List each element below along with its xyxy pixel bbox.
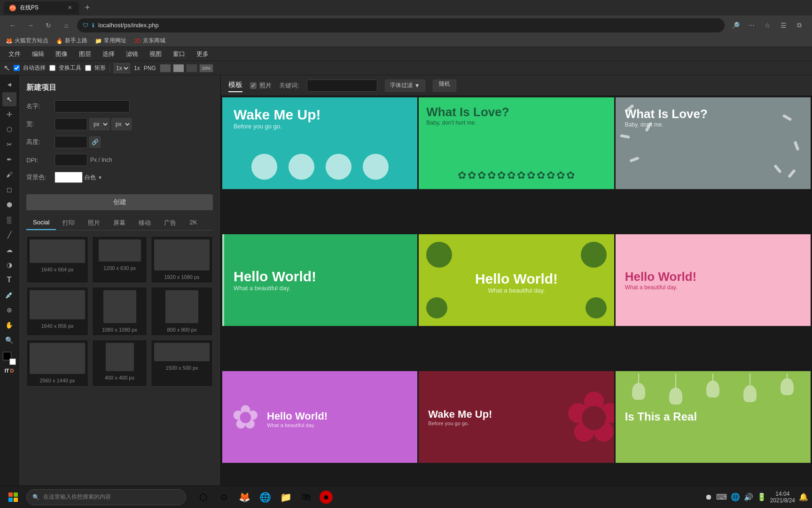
toolbar-color2[interactable] — [173, 64, 184, 72]
home-btn[interactable]: ⌂ — [59, 18, 73, 32]
lock-btn[interactable]: 🔗 — [89, 136, 101, 148]
menu-file[interactable]: 文件 — [4, 49, 25, 59]
start-btn[interactable] — [4, 488, 23, 507]
unit-select2[interactable]: px — [111, 118, 132, 130]
template-thumb-4[interactable]: 1080 x 1080 px — [92, 287, 147, 336]
toolbar-zoom[interactable]: 1x — [114, 63, 130, 73]
toolbar-auto-select[interactable]: 自动选择 — [14, 64, 46, 72]
tab-social[interactable]: Social — [26, 216, 56, 230]
bookmark-btn[interactable]: ☆ — [760, 18, 774, 32]
tool-pen[interactable]: ✒ — [2, 152, 16, 167]
bg-dropdown-icon[interactable]: ▼ — [98, 175, 102, 180]
filter-tab-template[interactable]: 模板 — [228, 79, 242, 92]
menu-view[interactable]: 视图 — [145, 49, 166, 59]
tool-text[interactable]: T — [2, 273, 16, 287]
tab-photo[interactable]: 照片 — [81, 216, 107, 230]
bookmark-new[interactable]: 🔥 新手上路 — [56, 37, 87, 45]
tab-screen[interactable]: 屏幕 — [107, 216, 132, 230]
split-view-btn[interactable]: ⧉ — [792, 18, 806, 32]
random-btn[interactable]: 随机 — [433, 79, 456, 92]
tool-smudge[interactable]: ☁ — [2, 243, 16, 257]
template-card-2[interactable]: What Is Love? Baby, don't me. — [616, 97, 811, 189]
tab-2k[interactable]: 2K — [183, 216, 203, 230]
tray-network[interactable]: 🌐 — [731, 492, 740, 501]
template-thumb-1[interactable]: 1200 x 630 px — [92, 236, 147, 283]
tool-path[interactable]: ⊕ — [2, 303, 16, 317]
tray-volume[interactable]: 🔊 — [744, 492, 753, 501]
tool-erase[interactable]: ◻ — [2, 183, 16, 197]
tab-close-btn[interactable]: ✕ — [66, 4, 73, 12]
new-tab-btn[interactable]: + — [81, 1, 94, 15]
menu-edit[interactable]: 编辑 — [27, 49, 49, 59]
template-thumb-0[interactable]: 1640 x 664 px — [26, 236, 88, 283]
tool-hand[interactable]: ✋ — [2, 318, 16, 332]
tab-ad[interactable]: 广告 — [157, 216, 183, 230]
tab-mobile[interactable]: 移动 — [132, 216, 157, 230]
template-card-6[interactable]: ✿ | Hello World! What a beautiful day. — [222, 371, 417, 463]
taskbar-firefox[interactable]: 🦊 — [235, 488, 254, 507]
template-thumb-8[interactable]: 1500 x 500 px — [151, 340, 213, 387]
toolbar-color1[interactable] — [160, 64, 171, 72]
tool-select[interactable]: ↖ — [2, 92, 16, 106]
menu-more[interactable]: 更多 — [192, 49, 213, 59]
active-tab[interactable]: PS 在线PS ✕ — [4, 1, 79, 15]
more-btn[interactable]: ⋯ — [744, 18, 758, 32]
tool-line[interactable]: ╱ — [2, 228, 16, 242]
toolbar-png[interactable]: 1x — [134, 65, 140, 71]
template-card-4[interactable]: Hello World! What a beautiful day. — [419, 234, 614, 326]
tray-clock[interactable]: 14:04 2021/8/24 — [770, 491, 795, 504]
template-card-7[interactable]: Wake Me Up! Before you go go. ✿ — [419, 371, 614, 463]
filter-photo-checkbox[interactable]: ✓ 照片 — [250, 81, 272, 90]
menu-select[interactable]: 选择 — [98, 49, 119, 59]
template-thumb-5[interactable]: 800 x 800 px — [151, 287, 213, 336]
font-filter-btn[interactable]: 字体过滤 ▼ — [385, 79, 425, 92]
toolbar-svg[interactable]: PNG — [144, 65, 156, 71]
toolbar-color3[interactable] — [186, 64, 197, 72]
taskbar-edge[interactable]: 🌐 — [256, 488, 274, 507]
forward-btn[interactable]: → — [23, 18, 38, 32]
name-input[interactable] — [55, 100, 130, 112]
create-btn[interactable]: 创建 — [26, 194, 213, 210]
tab-print[interactable]: 打印 — [56, 216, 81, 230]
taskbar-cortana[interactable]: ⊙ — [214, 488, 233, 507]
tool-gradient[interactable]: ▒ — [2, 213, 16, 227]
width-input[interactable]: 1280 — [55, 118, 87, 130]
extensions-btn[interactable]: 🔎 — [728, 18, 742, 32]
tray-notification[interactable]: 🔔 — [799, 492, 808, 501]
dpi-input[interactable]: 72 — [55, 154, 87, 166]
height-input[interactable]: 720 — [55, 136, 87, 148]
template-card-8[interactable]: Is This a Real — [616, 371, 811, 463]
template-card-3[interactable]: Hello World! What a beautiful day. — [222, 234, 417, 326]
template-card-5[interactable]: Hello World! What a beautiful day. — [616, 234, 811, 326]
keyword-input[interactable] — [307, 79, 377, 92]
unit-select[interactable]: px — [89, 118, 109, 130]
menu-layers[interactable]: 图层 — [74, 49, 96, 59]
tool-zoom[interactable]: 🔍 — [2, 333, 16, 347]
bookmark-common[interactable]: 📁 常用网址 — [95, 37, 126, 45]
tray-record[interactable]: ⏺ — [705, 493, 712, 501]
menu-window[interactable]: 窗口 — [168, 49, 190, 59]
toolbar-transform[interactable]: 变换工具 — [49, 64, 81, 72]
taskbar-search[interactable]: 🔍 在这里输入你想搜索的内容 — [26, 489, 186, 505]
tool-eyedrop[interactable]: 💉 — [2, 288, 16, 302]
menu-filter[interactable]: 滤镜 — [121, 49, 143, 59]
tool-crop[interactable]: ✂ — [2, 137, 16, 151]
tray-keyboard[interactable]: ⌨ — [716, 492, 727, 501]
toolbar-arrow[interactable]: ↖ — [4, 64, 10, 72]
toolbar-rect[interactable]: 矩形 — [85, 64, 106, 72]
bookmark-firefox[interactable]: 🦊 火狐官方站点 — [6, 37, 48, 45]
bg-selector[interactable]: 白色 ▼ — [55, 172, 102, 183]
tool-fill[interactable]: ⬢ — [2, 198, 16, 212]
tool-move[interactable]: ✛ — [2, 107, 16, 121]
back-btn[interactable]: ← — [6, 18, 20, 32]
template-card-0[interactable]: Wake Me Up! Before you go go. — [222, 97, 417, 189]
taskbar-record[interactable]: ● — [320, 491, 333, 504]
menu-image[interactable]: 图像 — [51, 49, 72, 59]
color-swatch[interactable] — [3, 352, 16, 365]
reading-list-btn[interactable]: ☰ — [776, 18, 790, 32]
template-thumb-2[interactable]: 1920 x 1080 px — [151, 236, 213, 283]
bookmark-jd[interactable]: JD 京东商城 — [134, 37, 165, 45]
taskbar-folder[interactable]: 📁 — [276, 488, 295, 507]
template-thumb-6[interactable]: 2560 x 1440 px — [26, 340, 88, 387]
taskbar-store[interactable]: 🛍 — [297, 488, 316, 507]
